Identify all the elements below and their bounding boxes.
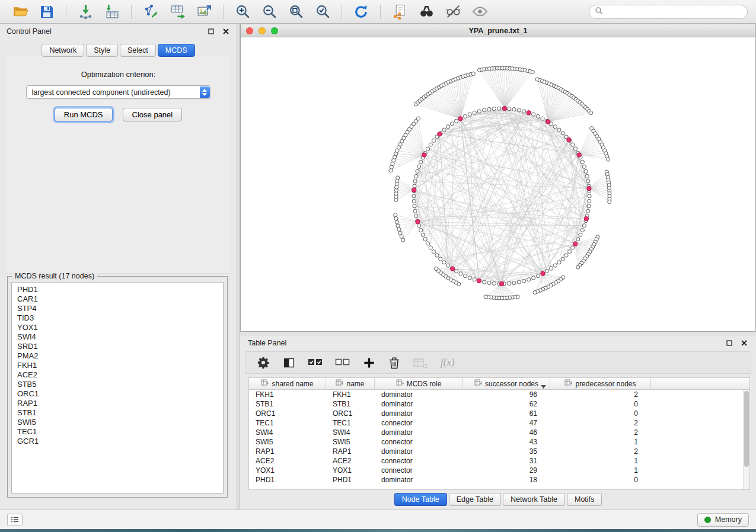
mcds-result-item[interactable]: STB1: [12, 408, 223, 418]
edges-group: [391, 68, 610, 298]
mcds-result-item[interactable]: PMA2: [12, 351, 223, 361]
cell: dominator: [375, 447, 463, 456]
toolbar-separator: [66, 5, 66, 19]
add-row-icon[interactable]: [362, 354, 376, 371]
function-builder-button[interactable]: f(x): [441, 357, 455, 368]
column-header-shared-name[interactable]: shared name: [249, 378, 326, 389]
settings-icon[interactable]: [256, 354, 270, 371]
mcds-result-item[interactable]: STP4: [12, 304, 223, 313]
find-icon[interactable]: [414, 2, 438, 21]
network-titlebar[interactable]: YPA_prune.txt_1: [241, 24, 755, 37]
run-mcds-button[interactable]: Run MCDS: [55, 108, 113, 121]
hide-details-icon[interactable]: [441, 2, 465, 21]
table-row-ORC1[interactable]: ORC1ORC1dominator610: [249, 409, 749, 418]
tab-style[interactable]: Style: [86, 44, 118, 57]
save-session-icon[interactable]: [35, 2, 59, 21]
table-scrollbar[interactable]: [743, 390, 749, 489]
tab-node-table[interactable]: Node Table: [394, 493, 447, 506]
table-row-FKH1[interactable]: FKH1FKH1dominator962: [249, 390, 749, 399]
mcds-result-list[interactable]: PHD1CAR1STP4TID3YOX1SWI4SRD1PMA2FKH1ACE2…: [11, 282, 224, 493]
automation-panel-icon[interactable]: [7, 514, 23, 526]
column-header-successor-nodes[interactable]: successor nodes: [463, 378, 550, 389]
criterion-select[interactable]: largest connected component (undirected): [26, 85, 211, 99]
table-row-YOX1[interactable]: YOX1YOX1connector291: [249, 466, 749, 475]
mcds-result-item[interactable]: SWI5: [12, 418, 223, 427]
mcds-result-item[interactable]: TEC1: [12, 427, 223, 437]
search-box[interactable]: [589, 5, 748, 19]
table-panel: Table Panel f(x) shared namenameMCDS rol…: [240, 336, 756, 509]
column-header-MCDS-role[interactable]: MCDS role: [375, 378, 463, 389]
node-table: shared namenameMCDS rolesuccessor nodesp…: [248, 377, 750, 490]
mcds-result-item[interactable]: SWI4: [12, 332, 223, 342]
table-row-SWI4[interactable]: SWI4SWI4dominator462: [249, 428, 749, 437]
tab-edge-table[interactable]: Edge Table: [449, 493, 501, 506]
export-image-icon[interactable]: [192, 2, 216, 21]
table-header-row: shared namenameMCDS rolesuccessor nodesp…: [249, 378, 749, 390]
tab-network[interactable]: Network: [42, 44, 84, 57]
close-panel-icon[interactable]: [221, 27, 230, 36]
tab-motifs[interactable]: Motifs: [567, 493, 602, 506]
cell: 2: [550, 390, 651, 399]
table-icon: [396, 379, 404, 388]
deselect-all-icon[interactable]: [334, 354, 350, 371]
select-all-icon[interactable]: [307, 354, 323, 371]
cell: 62: [463, 400, 550, 408]
float-table-panel-icon[interactable]: [725, 339, 733, 348]
mcds-result-item[interactable]: STB5: [12, 380, 223, 389]
mcds-result-item[interactable]: RAP1: [12, 399, 223, 408]
cell: SWI5: [249, 438, 326, 446]
mcds-result-item[interactable]: ACE2: [12, 370, 223, 380]
horizontal-splitter[interactable]: [240, 332, 756, 336]
table-row-SWI5[interactable]: SWI5SWI5connector431: [249, 437, 749, 447]
column-header-predecessor-nodes[interactable]: predecessor nodes: [550, 378, 651, 389]
tab-mcds[interactable]: MCDS: [158, 44, 195, 57]
cell: RAP1: [249, 447, 326, 456]
table-row-RAP1[interactable]: RAP1RAP1dominator352: [249, 447, 749, 456]
delete-row-icon[interactable]: [387, 354, 401, 371]
tab-select[interactable]: Select: [120, 44, 156, 57]
share-document-icon[interactable]: [388, 2, 412, 21]
zoom-fit-icon[interactable]: [284, 2, 308, 21]
window-minimize-button[interactable]: [259, 27, 266, 34]
show-details-icon[interactable]: [468, 2, 492, 21]
network-canvas[interactable]: [241, 37, 755, 331]
memory-button[interactable]: Memory: [697, 513, 749, 527]
tab-network-table[interactable]: Network Table: [503, 493, 565, 506]
cell: 96: [463, 390, 550, 399]
mcds-result-item[interactable]: CAR1: [12, 294, 223, 304]
table-row-TEC1[interactable]: TEC1TEC1connector472: [249, 418, 749, 428]
open-session-icon[interactable]: [8, 2, 32, 21]
window-close-button[interactable]: [246, 27, 253, 34]
import-network-icon[interactable]: [74, 2, 97, 21]
window-zoom-button[interactable]: [271, 27, 278, 34]
cell: PHD1: [249, 476, 326, 484]
export-table-icon[interactable]: [165, 2, 189, 21]
table-row-PHD1[interactable]: PHD1PHD1dominator180: [249, 475, 749, 485]
network-graph[interactable]: [241, 37, 755, 331]
cell: TEC1: [249, 419, 326, 427]
close-panel-button[interactable]: Close panel: [123, 108, 183, 121]
mcds-result-item[interactable]: FKH1: [12, 361, 223, 370]
cell: STB1: [249, 400, 326, 408]
table-row-ACE2[interactable]: ACE2ACE2connector311: [249, 456, 749, 466]
refresh-layout-icon[interactable]: [349, 2, 373, 21]
sort-chevron-icon: [541, 382, 546, 390]
mcds-result-item[interactable]: TID3: [12, 313, 223, 323]
zoom-selected-icon[interactable]: [311, 2, 334, 21]
close-table-panel-icon[interactable]: [739, 339, 748, 348]
zoom-out-icon[interactable]: [257, 2, 281, 21]
zoom-in-icon[interactable]: [231, 2, 254, 21]
mcds-result-item[interactable]: ORC1: [12, 389, 223, 399]
export-network-icon[interactable]: [139, 2, 162, 21]
float-panel-icon[interactable]: [206, 27, 215, 36]
mcds-result-item[interactable]: YOX1: [12, 323, 223, 332]
mcds-result-item[interactable]: PHD1: [12, 285, 223, 294]
import-table-icon[interactable]: [100, 2, 124, 21]
search-input[interactable]: [606, 8, 742, 16]
table-row-STB1[interactable]: STB1STB1dominator620: [249, 399, 749, 409]
scrollbar-thumb[interactable]: [744, 391, 749, 467]
mcds-result-item[interactable]: GCR1: [12, 437, 223, 446]
column-header-name[interactable]: name: [326, 378, 375, 389]
show-columns-icon[interactable]: [282, 354, 296, 371]
mcds-result-item[interactable]: SRD1: [12, 342, 223, 351]
